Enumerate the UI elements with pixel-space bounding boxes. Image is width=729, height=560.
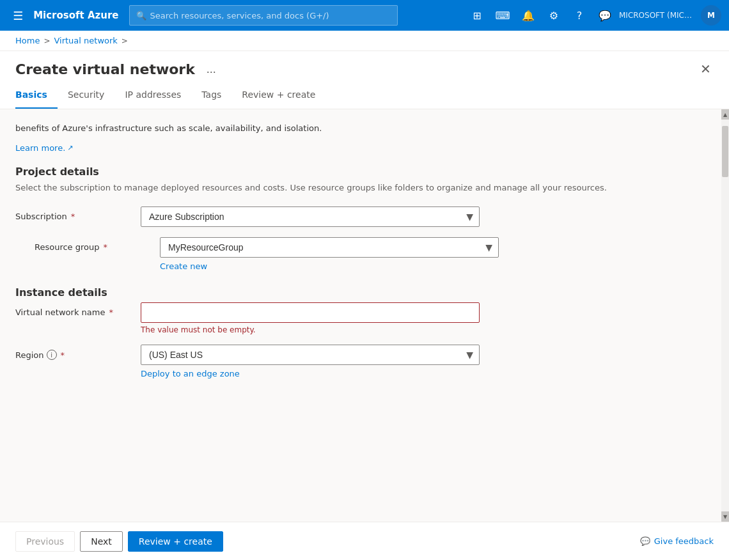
tab-review-create[interactable]: Review + create: [231, 82, 325, 109]
avatar[interactable]: M: [701, 5, 721, 26]
vnet-name-label: Virtual network name *: [15, 302, 130, 317]
region-select-wrapper: (US) East US ▼: [141, 345, 480, 365]
help-icon[interactable]: ?: [568, 4, 591, 27]
instance-details-section: Instance details Virtual network name * …: [15, 286, 696, 378]
breadcrumb-home[interactable]: Home: [15, 36, 40, 45]
resource-group-select-wrapper: MyResourceGroup ▼: [160, 237, 499, 258]
subscription-control: Azure Subscription ▼: [141, 206, 480, 227]
topbar: ☰ Microsoft Azure 🔍 Search resources, se…: [0, 0, 729, 31]
page-header: Create virtual network ... ✕: [0, 51, 729, 82]
settings-icon[interactable]: ⚙: [542, 4, 565, 27]
breadcrumb-sep-1: >: [43, 36, 50, 45]
scrollbar-thumb[interactable]: [722, 126, 728, 177]
give-feedback-button[interactable]: 💬 Give feedback: [640, 536, 714, 546]
project-details-title: Project details: [15, 166, 696, 178]
content-scroll[interactable]: benefits of Azure's infrastructure such …: [0, 109, 721, 522]
search-bar[interactable]: 🔍 Search resources, services, and docs (…: [129, 5, 398, 26]
learn-more-link[interactable]: Learn more. ↗: [15, 143, 74, 153]
region-control: (US) East US ▼ Deploy to an edge zone: [141, 345, 480, 378]
next-button[interactable]: Next: [80, 531, 123, 552]
tabs: Basics Security IP addresses Tags Review…: [0, 82, 729, 109]
breadcrumb-virtual-network[interactable]: Virtual network: [54, 36, 117, 45]
project-details-section: Project details Select the subscription …: [15, 166, 696, 272]
external-link-icon: ↗: [67, 144, 73, 152]
region-required: *: [61, 350, 65, 360]
region-select[interactable]: (US) East US: [141, 345, 480, 365]
tab-tags[interactable]: Tags: [191, 82, 231, 109]
azure-logo: Microsoft Azure: [33, 10, 118, 21]
search-icon: 🔍: [136, 11, 146, 20]
deploy-edge-zone-link[interactable]: Deploy to an edge zone: [141, 369, 240, 378]
resource-group-select[interactable]: MyResourceGroup: [160, 237, 499, 258]
feedback-icon: 💬: [640, 536, 650, 546]
scrollbar-up-button[interactable]: ▲: [721, 109, 729, 120]
search-placeholder: Search resources, services, and docs (G+…: [150, 11, 329, 20]
page-title: Create virtual network: [15, 61, 195, 77]
breadcrumb: Home > Virtual network >: [0, 31, 729, 51]
resource-group-label: Resource group *: [35, 237, 150, 252]
tab-basics[interactable]: Basics: [15, 82, 58, 109]
vnet-name-row: Virtual network name * The value must no…: [15, 302, 696, 334]
region-row: Region i * (US) East US ▼ Deploy to an e…: [15, 345, 696, 378]
region-info-icon[interactable]: i: [47, 350, 57, 360]
review-create-button[interactable]: Review + create: [128, 531, 223, 552]
resource-group-control: MyResourceGroup ▼ Create new: [160, 237, 499, 271]
subscription-label: Subscription *: [15, 206, 130, 221]
scrollbar[interactable]: ▲ ▼: [721, 109, 729, 522]
project-details-desc: Select the subscription to manage deploy…: [15, 182, 696, 194]
subscription-required: *: [71, 212, 75, 221]
cloud-shell-icon[interactable]: ⌨: [491, 4, 514, 27]
vnet-name-required: *: [109, 307, 113, 317]
footer: Previous Next Review + create 💬 Give fee…: [0, 522, 729, 560]
vnet-name-error: The value must not be empty.: [141, 325, 480, 334]
feedback-nav-icon[interactable]: 💬: [593, 4, 616, 27]
portal-icon[interactable]: ⊞: [466, 4, 489, 27]
subscription-row: Subscription * Azure Subscription ▼: [15, 206, 696, 227]
topbar-icons: ⊞ ⌨ 🔔 ⚙ ? 💬 MICROSOFT (MICROSOFT.ONMI...…: [466, 4, 721, 27]
tab-ip-addresses[interactable]: IP addresses: [114, 82, 191, 109]
vnet-name-input[interactable]: [141, 302, 480, 323]
scrollbar-thumb-area: [721, 120, 729, 511]
tab-security[interactable]: Security: [58, 82, 115, 109]
region-label: Region i *: [15, 345, 130, 360]
resource-group-row: Resource group * MyResourceGroup ▼ Creat…: [35, 237, 696, 271]
instance-details-title: Instance details: [15, 286, 696, 299]
hamburger-menu-icon[interactable]: ☰: [8, 6, 28, 25]
username-display: MICROSOFT (MICROSOFT.ONMI...: [619, 11, 696, 20]
close-button[interactable]: ✕: [698, 59, 714, 79]
notifications-icon[interactable]: 🔔: [517, 4, 540, 27]
scrollbar-down-button[interactable]: ▼: [721, 511, 729, 522]
vnet-name-control: The value must not be empty.: [141, 302, 480, 334]
breadcrumb-sep-2: >: [122, 36, 128, 45]
resource-group-required: *: [104, 242, 108, 252]
subscription-select[interactable]: Azure Subscription: [141, 206, 480, 227]
content-area: benefits of Azure's infrastructure such …: [0, 109, 729, 522]
more-options-button[interactable]: ...: [203, 61, 220, 77]
subscription-select-wrapper: Azure Subscription ▼: [141, 206, 480, 227]
create-new-link[interactable]: Create new: [160, 261, 207, 271]
previous-button[interactable]: Previous: [15, 531, 75, 552]
intro-description: benefits of Azure's infrastructure such …: [15, 122, 696, 135]
